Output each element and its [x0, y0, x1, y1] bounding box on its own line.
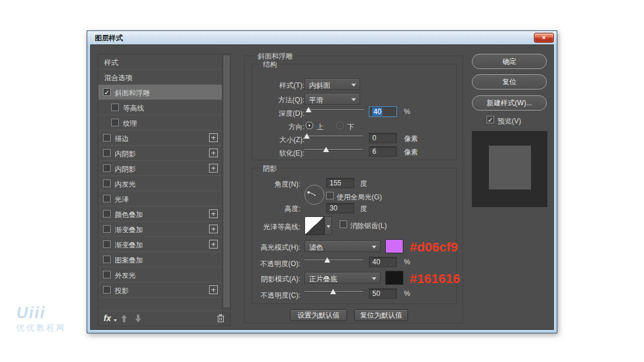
shadow-mode-select[interactable]: 正片叠底: [304, 272, 381, 284]
sidebar-item-styles[interactable]: 样式: [98, 54, 222, 70]
style-preview-swatch: [489, 146, 531, 189]
drop-shadow-checkbox[interactable]: [103, 286, 111, 294]
watermark: Uiii 优优教程网: [16, 304, 66, 333]
soften-input[interactable]: 6: [369, 146, 397, 157]
sidebar-item-stroke[interactable]: 描边+: [98, 130, 222, 146]
gloss-contour-thumbnail[interactable]: [304, 216, 324, 235]
inner-glow-checkbox[interactable]: [103, 180, 111, 187]
shadow-opacity-input[interactable]: 50: [369, 288, 397, 299]
technique-select[interactable]: 平滑: [304, 93, 360, 105]
dialog-titlebar[interactable]: 图层样式 ×: [87, 31, 557, 44]
highlight-opacity-slider[interactable]: [304, 257, 363, 264]
add-effect-icon[interactable]: +: [209, 164, 218, 173]
size-input[interactable]: 0: [369, 133, 397, 143]
watermark-site-name: 优优教程网: [16, 323, 66, 333]
sidebar-item-label: 外发光: [115, 271, 136, 281]
gradient-overlay-1-checkbox[interactable]: [103, 225, 111, 233]
reset-default-button[interactable]: 复位为默认值: [354, 309, 408, 321]
direction-down-radio[interactable]: [336, 122, 344, 129]
sidebar-item-label: 投影: [115, 286, 129, 296]
add-effect-icon[interactable]: +: [209, 209, 218, 218]
chevron-down-icon: [351, 98, 356, 101]
ok-button[interactable]: 确定: [472, 54, 547, 69]
sidebar-scrollbar[interactable]: [222, 54, 230, 326]
satin-checkbox[interactable]: [103, 195, 111, 202]
add-effect-icon[interactable]: +: [209, 285, 218, 294]
sidebar-list: 样式混合选项✓斜面和浮雕等高线纹理描边+内阴影+内阴影+内发光光泽颜色叠加+渐变…: [98, 54, 222, 298]
highlight-opacity-input[interactable]: 40: [369, 257, 397, 267]
texture-checkbox[interactable]: [111, 119, 119, 126]
add-effect-icon[interactable]: +: [209, 149, 218, 157]
soften-unit: 像素: [404, 147, 418, 157]
new-style-button[interactable]: 新建样式(W)...: [472, 95, 547, 111]
highlight-color-swatch[interactable]: [385, 239, 403, 253]
anti-aliased-label: 消除锯齿(L): [350, 221, 387, 231]
size-label: 大小(Z):: [255, 135, 304, 145]
shadow-opacity-slider[interactable]: [304, 288, 363, 295]
highlight-opacity-label: 不透明度(O):: [246, 259, 300, 269]
sidebar-item-inner-shadow-1[interactable]: 内阴影+: [98, 146, 222, 161]
style-preview: [472, 131, 547, 207]
add-effect-icon[interactable]: +: [209, 225, 218, 233]
size-slider[interactable]: [304, 133, 363, 140]
highlight-mode-select[interactable]: 滤色: [304, 240, 381, 252]
fx-menu-button[interactable]: fx: [104, 313, 111, 323]
sidebar-item-gradient-overlay-2[interactable]: 渐变叠加+: [98, 237, 222, 252]
sidebar-item-gradient-overlay-1[interactable]: 渐变叠加+: [98, 222, 222, 237]
gradient-overlay-2-checkbox[interactable]: [103, 240, 111, 248]
inner-shadow-1-checkbox[interactable]: [103, 149, 111, 157]
chevron-down-icon: [351, 84, 356, 87]
reset-button[interactable]: 复位: [472, 74, 547, 89]
angle-label: 角度(N):: [255, 180, 300, 189]
anti-aliased-checkbox[interactable]: [340, 220, 347, 228]
sidebar-item-inner-shadow-2[interactable]: 内阴影+: [98, 161, 222, 176]
delete-effect-icon[interactable]: [217, 313, 225, 323]
set-default-button[interactable]: 设置为默认值: [290, 309, 347, 321]
move-effect-up-icon[interactable]: [121, 315, 128, 322]
color-overlay-checkbox[interactable]: [103, 210, 111, 218]
angle-input[interactable]: 155: [326, 178, 354, 188]
altitude-input[interactable]: 30: [326, 203, 354, 213]
sidebar-item-label: 内阴影: [115, 164, 136, 174]
use-global-light-checkbox[interactable]: [326, 192, 334, 199]
direction-up-radio[interactable]: [306, 122, 313, 129]
sidebar-item-blending-options[interactable]: 混合选项: [98, 70, 222, 85]
add-effect-icon[interactable]: +: [209, 133, 218, 142]
move-effect-down-icon[interactable]: [135, 315, 142, 322]
layer-style-dialog: 图层样式 × 样式混合选项✓斜面和浮雕等高线纹理描边+内阴影+内阴影+内发光光泽…: [87, 30, 557, 333]
gloss-contour-label: 光泽等高线:: [255, 222, 300, 232]
angle-dial[interactable]: [304, 185, 324, 205]
shadow-color-swatch[interactable]: [385, 271, 403, 285]
close-button[interactable]: ×: [534, 33, 554, 43]
bevel-emboss-checkbox[interactable]: ✓: [103, 88, 111, 96]
sidebar-item-color-overlay[interactable]: 颜色叠加+: [98, 206, 222, 222]
sidebar-item-bevel-emboss[interactable]: ✓斜面和浮雕: [98, 85, 222, 100]
highlight-mode-value: 滤色: [309, 243, 323, 253]
sidebar-footer: fx: [98, 311, 230, 326]
altitude-label: 高度:: [255, 204, 300, 214]
soften-slider[interactable]: [304, 146, 363, 153]
altitude-unit: 度: [360, 204, 367, 214]
sidebar-item-texture[interactable]: 纹理: [98, 115, 222, 130]
direction-down-label: 下: [347, 122, 354, 132]
pattern-overlay-checkbox[interactable]: [103, 256, 111, 263]
gloss-contour-dropdown[interactable]: [324, 216, 332, 235]
depth-input[interactable]: 40: [369, 106, 397, 117]
scrollbar-thumb[interactable]: [224, 56, 229, 307]
inner-shadow-2-checkbox[interactable]: [103, 164, 111, 172]
stroke-checkbox[interactable]: [103, 134, 111, 142]
style-select[interactable]: 内斜面: [304, 78, 360, 90]
sidebar-item-satin[interactable]: 光泽: [98, 191, 222, 206]
preview-checkbox[interactable]: ✓: [487, 116, 494, 123]
sidebar-item-pattern-overlay[interactable]: 图案叠加: [98, 252, 222, 267]
sidebar-item-drop-shadow[interactable]: 投影+: [98, 282, 222, 298]
sidebar-item-label: 等高线: [123, 104, 144, 113]
sidebar-item-inner-glow[interactable]: 内发光: [98, 176, 222, 191]
sidebar-item-outer-glow[interactable]: 外发光: [98, 267, 222, 282]
add-effect-icon[interactable]: +: [209, 240, 218, 249]
depth-slider[interactable]: [306, 106, 364, 113]
contour-checkbox[interactable]: [111, 104, 119, 111]
sidebar-item-contour[interactable]: 等高线: [98, 100, 222, 115]
direction-label: 方向:: [255, 122, 304, 132]
outer-glow-checkbox[interactable]: [103, 271, 111, 278]
